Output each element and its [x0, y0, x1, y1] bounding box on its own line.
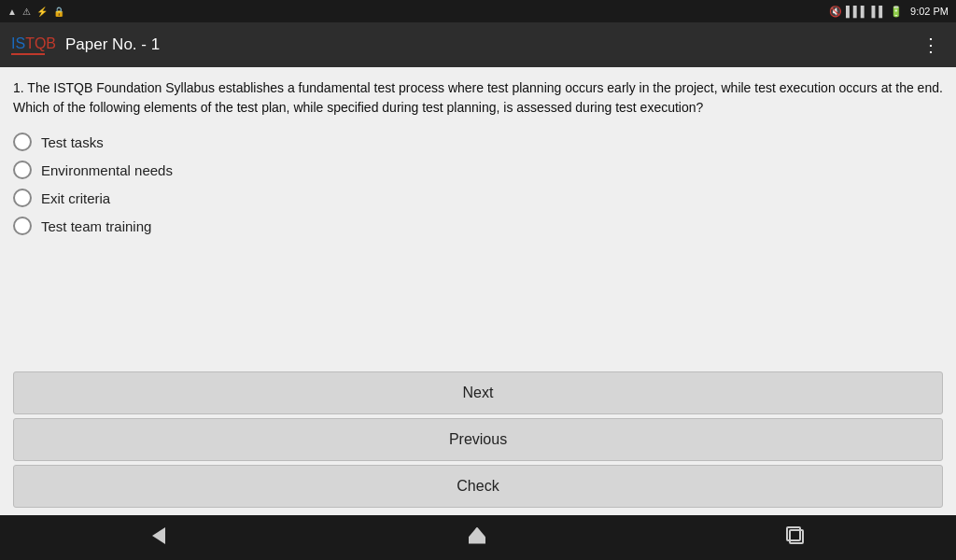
option-3[interactable]: Exit criteria	[13, 189, 943, 207]
radio-option-2[interactable]	[13, 161, 32, 179]
option-3-label: Exit criteria	[41, 190, 110, 206]
question-number: 1.	[13, 80, 24, 95]
question-body: The ISTQB Foundation Syllabus establishe…	[13, 80, 943, 115]
status-bar-left: ▲ ⚠ ⚡ 🔒	[7, 7, 64, 17]
radio-option-4[interactable]	[13, 217, 32, 235]
previous-button[interactable]: Previous	[13, 418, 943, 461]
home-button[interactable]	[450, 520, 504, 556]
option-4[interactable]: Test team training	[13, 217, 943, 235]
option-4-label: Test team training	[41, 218, 151, 234]
overflow-menu-button[interactable]: ⋮	[918, 30, 945, 60]
logo-tqb: TQB	[25, 35, 56, 51]
lock-icon: 🔒	[53, 7, 64, 17]
recents-button[interactable]	[770, 520, 822, 556]
app-logo: ISTQB	[11, 35, 56, 55]
logo-text: ISTQB	[11, 35, 56, 52]
button-group: Next Previous Check	[13, 371, 943, 508]
radio-option-1[interactable]	[13, 133, 32, 151]
options-list: Test tasks Environmental needs Exit crit…	[13, 133, 943, 235]
usb-icon: ⚡	[36, 7, 48, 17]
logo-is: IS	[11, 35, 25, 51]
status-time: 9:02 PM	[910, 6, 949, 17]
radio-option-3[interactable]	[13, 189, 32, 207]
app-bar: ISTQB Paper No. - 1 ⋮	[0, 22, 956, 67]
option-2[interactable]: Environmental needs	[13, 161, 943, 179]
status-bar: ▲ ⚠ ⚡ 🔒 🔇 ▌▌▌ ▌▌ 🔋 9:02 PM	[0, 0, 956, 22]
notification-icon: ▲	[7, 7, 17, 17]
mute-icon: 🔇	[829, 6, 842, 18]
option-1[interactable]: Test tasks	[13, 133, 943, 151]
recents-icon	[789, 529, 804, 544]
next-button[interactable]: Next	[13, 371, 943, 414]
app-bar-title: Paper No. - 1	[65, 35, 918, 54]
battery-icon: 🔋	[890, 6, 903, 18]
nav-bar	[0, 515, 956, 560]
option-2-label: Environmental needs	[41, 162, 173, 178]
check-button[interactable]: Check	[13, 465, 943, 508]
back-button[interactable]	[134, 520, 184, 556]
wifi-icon: ▌▌	[871, 6, 886, 17]
warning-icon: ⚠	[22, 7, 31, 17]
main-content: 1. The ISTQB Foundation Syllabus establi…	[0, 67, 956, 515]
signal-icon: ▌▌▌	[846, 6, 867, 17]
question-text: 1. The ISTQB Foundation Syllabus establi…	[13, 78, 943, 118]
home-icon	[469, 527, 485, 544]
option-1-label: Test tasks	[41, 134, 104, 150]
back-arrow-icon	[152, 527, 165, 544]
logo-underline	[11, 53, 45, 55]
status-bar-right: 🔇 ▌▌▌ ▌▌ 🔋 9:02 PM	[829, 6, 949, 18]
